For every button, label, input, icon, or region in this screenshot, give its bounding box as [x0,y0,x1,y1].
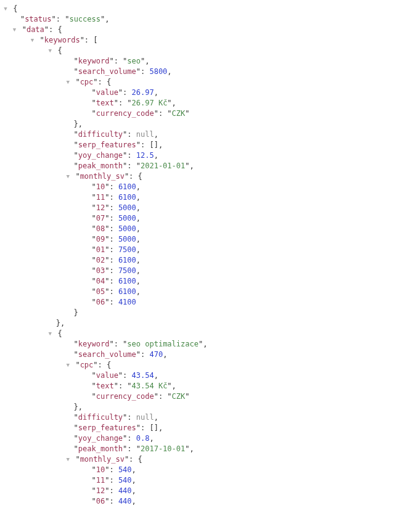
expand-toggle[interactable]: ▼ [65,77,71,88]
json-line: "yoy_change": 0.8, [2,433,410,444]
json-line: ▼ "data": { [2,25,410,35]
json-line: "peak_month": "2021-01-01", [2,161,410,171]
json-line: "08": 5000, [2,224,410,234]
expand-toggle[interactable]: ▼ [47,46,53,56]
json-line: "10": 540, [2,465,410,475]
json-tree: ▼ { "status": "success", ▼ "data": { ▼ "… [2,4,410,507]
json-line: ▼ { [2,329,410,339]
json-line: "search_volume": 470, [2,350,410,360]
json-line: "11": 540, [2,475,410,486]
expand-toggle[interactable]: ▼ [29,35,35,46]
json-line: "search_volume": 5800, [2,67,410,77]
json-line: "value": 26.97, [2,88,410,98]
json-line: "04": 6100, [2,276,410,287]
json-line: "02": 6100, [2,255,410,266]
json-line: "01": 7500, [2,245,410,255]
json-line: }, [2,402,410,412]
expand-toggle[interactable]: ▼ [65,454,71,465]
json-line: "keyword": "seo optimalizace", [2,339,410,350]
expand-toggle[interactable]: ▼ [2,4,9,14]
json-line: "serp_features": [], [2,423,410,433]
json-line: ▼ "monthly_sv": { [2,171,410,182]
json-line: "05": 6100, [2,287,410,297]
expand-toggle[interactable]: ▼ [65,171,71,182]
json-line: ▼ "cpc": { [2,360,410,370]
expand-toggle[interactable]: ▼ [11,25,17,35]
json-line: ▼ "keywords": [ [2,35,410,46]
json-line: "serp_features": [], [2,140,410,150]
json-line: "currency_code": "CZK" [2,391,410,402]
json-line: ▼ "cpc": { [2,77,410,88]
json-line: "keyword": "seo", [2,56,410,67]
json-line: "currency_code": "CZK" [2,108,410,119]
json-line: ▼ "monthly_sv": { [2,454,410,465]
json-line: "text": "43.54 Kč", [2,381,410,391]
json-line: "12": 5000, [2,203,410,213]
json-line: "peak_month": "2017-10-01", [2,444,410,454]
json-line: ▼ { [2,46,410,56]
json-line: }, [2,119,410,129]
json-line: "difficulty": null, [2,412,410,423]
json-line: "06": 440, [2,496,410,507]
json-line: "07": 5000, [2,213,410,224]
json-line: } [2,308,410,318]
json-line: "09": 5000, [2,234,410,245]
json-line: }, [2,318,410,329]
json-line: ▼ { [2,4,410,14]
json-line: "11": 6100, [2,192,410,203]
json-line: "03": 7500, [2,266,410,276]
json-line: "status": "success", [2,14,410,25]
json-line: "06": 4100 [2,297,410,308]
json-line: "value": 43.54, [2,370,410,381]
json-line: "text": "26.97 Kč", [2,98,410,108]
json-line: "12": 440, [2,486,410,496]
expand-toggle[interactable]: ▼ [65,360,71,370]
json-line: "difficulty": null, [2,129,410,140]
expand-toggle[interactable]: ▼ [47,329,53,339]
json-line: "yoy_change": 12.5, [2,150,410,161]
json-line: "10": 6100, [2,182,410,192]
